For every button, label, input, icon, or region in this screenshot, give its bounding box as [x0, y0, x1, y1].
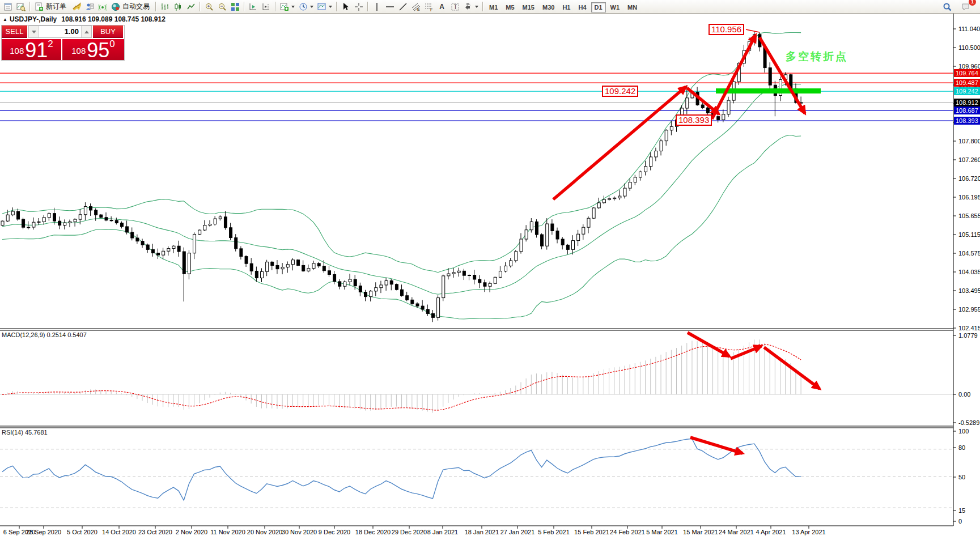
new-order-icon[interactable]	[32, 1, 45, 12]
buy-price-pip: 0	[109, 40, 114, 48]
timeframe-button-M5[interactable]: M5	[502, 2, 517, 12]
auto-trading-label[interactable]: 自动交易	[122, 2, 150, 11]
price-trend-arrow-3[interactable]	[712, 35, 756, 119]
trendline-icon[interactable]	[396, 1, 409, 12]
buy-button[interactable]: BUY	[93, 25, 123, 38]
shapes-dropdown-icon[interactable]	[475, 6, 478, 8]
auto-scroll-icon[interactable]	[247, 1, 260, 12]
volume-increase-button[interactable]	[82, 26, 91, 37]
timeframe-button-MN[interactable]: MN	[624, 2, 640, 12]
price-trend-arrow-2[interactable]	[687, 88, 719, 114]
timeframe-button-M30[interactable]: M30	[539, 2, 558, 12]
date-label: 15 Mar 2021	[683, 529, 718, 535]
price-tick-106.195: 106.195	[958, 194, 980, 201]
new-order-label[interactable]: 新订单	[46, 2, 66, 11]
macd-trend-arrow-1[interactable]	[688, 333, 729, 356]
ohlc-values: 108.916 109.089 108.745 108.912	[61, 15, 166, 23]
volume-input[interactable]: 1.00	[39, 26, 82, 37]
main-toolbar: 新订单 自动交易 E F A T M1M5M15M30H1H4D1W1MN 1	[0, 0, 980, 14]
macd-tick--0.5289: -0.5289	[958, 419, 979, 426]
macd-trend-arrow-3[interactable]	[764, 347, 820, 389]
crosshair-icon[interactable]	[352, 1, 365, 12]
horizontal-line-icon[interactable]	[383, 1, 396, 12]
macd-panel[interactable]	[0, 339, 953, 412]
volume-decrease-button[interactable]	[29, 26, 39, 37]
search-icon[interactable]	[940, 1, 953, 12]
rsi-tick-15: 15	[958, 507, 965, 514]
price-tick-106.720: 106.720	[958, 175, 980, 182]
rsi-panel[interactable]	[0, 439, 953, 508]
indicators-dropdown-icon[interactable]	[291, 6, 295, 8]
chart-canvas[interactable]: 111.040110.500109.960109.420108.880108.3…	[0, 0, 980, 536]
strategy-signal-icon[interactable]	[96, 1, 109, 12]
fibonacci-icon[interactable]: F	[422, 1, 435, 12]
chart-properties-icon[interactable]	[14, 1, 27, 12]
date-label: 14 Oct 2020	[102, 529, 136, 535]
date-label: 24 Feb 2021	[610, 529, 645, 535]
text-icon[interactable]: A	[435, 1, 448, 12]
date-label: 2 Nov 2020	[176, 529, 207, 535]
peak-price-annotation: 110.956	[709, 24, 744, 35]
sell-button[interactable]: SELL	[2, 25, 27, 38]
date-label: 23 Oct 2020	[138, 529, 172, 535]
date-label: 5 Feb 2021	[538, 529, 570, 535]
price-tick-109.960: 109.960	[958, 63, 980, 70]
rsi-line	[2, 439, 801, 500]
window-list-icon[interactable]	[1, 1, 14, 12]
market-watch-icon[interactable]	[70, 1, 83, 12]
chart-shift-icon[interactable]	[260, 1, 273, 12]
date-label: 18 Dec 2020	[355, 529, 391, 535]
pullback-low-annotation: 108.393	[676, 114, 712, 126]
zoom-out-icon[interactable]	[215, 1, 228, 12]
timeframe-button-M1[interactable]: M1	[486, 2, 501, 12]
sell-price-display[interactable]: 108912	[2, 39, 61, 60]
sell-price-main: 91	[25, 41, 48, 59]
auto-trading-icon[interactable]	[109, 1, 122, 12]
templates-icon[interactable]	[315, 1, 328, 12]
collapse-triangle-icon[interactable]: ▲	[3, 17, 7, 22]
macd-trend-arrow-2[interactable]	[731, 346, 761, 359]
indicators-icon[interactable]	[278, 1, 291, 12]
periods-dropdown-icon[interactable]	[310, 6, 313, 8]
candles-layer	[1, 32, 803, 322]
support-zone-bar[interactable]	[716, 88, 821, 93]
cursor-icon[interactable]	[339, 1, 352, 12]
timeframe-button-D1[interactable]: D1	[591, 2, 606, 12]
price-badge-text: 109.487	[956, 79, 978, 86]
data-window-icon[interactable]	[83, 1, 96, 12]
line-chart-icon[interactable]	[184, 1, 197, 12]
text-label-icon[interactable]: T	[448, 1, 461, 12]
sell-price-pip: 2	[48, 40, 53, 48]
timeframe-button-W1[interactable]: W1	[607, 2, 623, 12]
date-label: 25 Sep 2020	[26, 529, 61, 535]
periods-icon[interactable]	[296, 1, 309, 12]
date-label: 18 Jan 2021	[465, 529, 499, 535]
notification-icon[interactable]: 1	[959, 1, 972, 12]
date-label: 13 Apr 2021	[792, 529, 825, 535]
arrow-up-icon	[84, 31, 89, 33]
tile-windows-icon[interactable]	[228, 1, 241, 12]
timeframe-button-H4[interactable]: H4	[575, 2, 589, 12]
main-price-panel[interactable]	[0, 29, 953, 322]
vertical-line-icon[interactable]	[370, 1, 383, 12]
timeframe-button-M15[interactable]: M15	[519, 2, 538, 12]
rsi-tick-0: 0	[958, 518, 962, 525]
candlestick-chart-icon[interactable]	[171, 1, 184, 12]
rsi-trend-arrow-1[interactable]	[690, 437, 743, 453]
templates-dropdown-icon[interactable]	[329, 6, 332, 8]
zoom-in-icon[interactable]	[202, 1, 215, 12]
shapes-icon[interactable]	[461, 1, 474, 12]
bar-chart-icon[interactable]	[158, 1, 171, 12]
rsi-tick-100: 100	[958, 428, 969, 435]
price-tick-111.040: 111.040	[958, 25, 980, 32]
macd-indicator-label: MACD(12,26,9) 0.2514 0.5407	[2, 331, 87, 338]
date-label: 5 Mar 2021	[646, 529, 678, 535]
date-label: 20 Nov 2020	[247, 529, 282, 535]
date-label: 27 Jan 2021	[500, 529, 535, 535]
turning-point-note: 多空转折点	[786, 49, 848, 64]
rsi-tick-80: 80	[958, 444, 965, 451]
buy-price-display[interactable]: 108950	[62, 39, 124, 60]
channel-icon[interactable]: E	[409, 1, 422, 12]
timeframe-button-H1[interactable]: H1	[559, 2, 574, 12]
price-tick-102.415: 102.415	[958, 325, 980, 331]
